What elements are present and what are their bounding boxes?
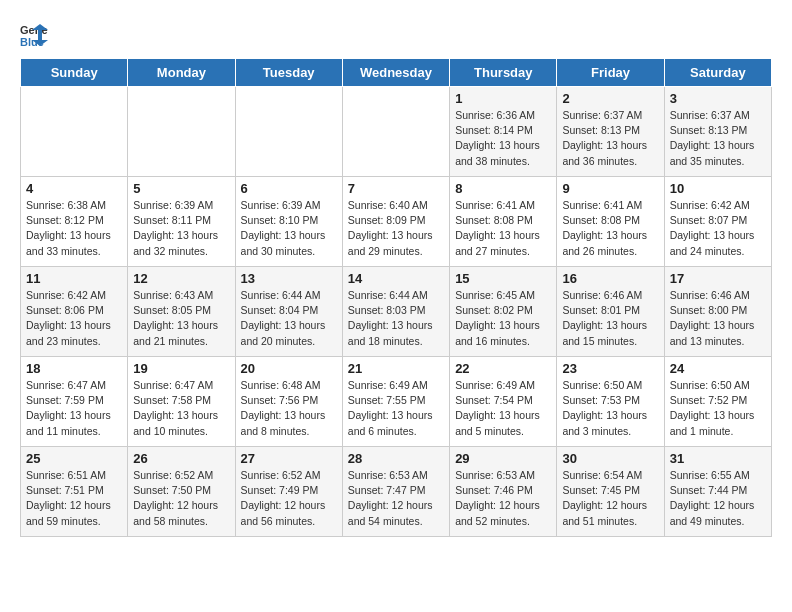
day-number: 16 — [562, 271, 658, 286]
weekday-header-tuesday: Tuesday — [235, 59, 342, 87]
weekday-header-sunday: Sunday — [21, 59, 128, 87]
calendar-cell: 27Sunrise: 6:52 AMSunset: 7:49 PMDayligh… — [235, 447, 342, 537]
calendar-cell: 14Sunrise: 6:44 AMSunset: 8:03 PMDayligh… — [342, 267, 449, 357]
calendar-cell — [21, 87, 128, 177]
day-info: Sunrise: 6:41 AMSunset: 8:08 PMDaylight:… — [562, 198, 658, 259]
calendar-cell: 4Sunrise: 6:38 AMSunset: 8:12 PMDaylight… — [21, 177, 128, 267]
day-number: 29 — [455, 451, 551, 466]
weekday-header-saturday: Saturday — [664, 59, 771, 87]
day-info: Sunrise: 6:49 AMSunset: 7:54 PMDaylight:… — [455, 378, 551, 439]
calendar-cell: 6Sunrise: 6:39 AMSunset: 8:10 PMDaylight… — [235, 177, 342, 267]
calendar-cell: 15Sunrise: 6:45 AMSunset: 8:02 PMDayligh… — [450, 267, 557, 357]
calendar-cell: 29Sunrise: 6:53 AMSunset: 7:46 PMDayligh… — [450, 447, 557, 537]
weekday-header-monday: Monday — [128, 59, 235, 87]
week-row-2: 4Sunrise: 6:38 AMSunset: 8:12 PMDaylight… — [21, 177, 772, 267]
day-info: Sunrise: 6:54 AMSunset: 7:45 PMDaylight:… — [562, 468, 658, 529]
day-info: Sunrise: 6:47 AMSunset: 7:59 PMDaylight:… — [26, 378, 122, 439]
calendar-cell: 11Sunrise: 6:42 AMSunset: 8:06 PMDayligh… — [21, 267, 128, 357]
day-number: 19 — [133, 361, 229, 376]
day-info: Sunrise: 6:50 AMSunset: 7:53 PMDaylight:… — [562, 378, 658, 439]
day-info: Sunrise: 6:36 AMSunset: 8:14 PMDaylight:… — [455, 108, 551, 169]
day-number: 8 — [455, 181, 551, 196]
day-info: Sunrise: 6:37 AMSunset: 8:13 PMDaylight:… — [562, 108, 658, 169]
calendar-cell: 28Sunrise: 6:53 AMSunset: 7:47 PMDayligh… — [342, 447, 449, 537]
day-number: 25 — [26, 451, 122, 466]
calendar-cell: 30Sunrise: 6:54 AMSunset: 7:45 PMDayligh… — [557, 447, 664, 537]
day-number: 12 — [133, 271, 229, 286]
day-number: 2 — [562, 91, 658, 106]
day-info: Sunrise: 6:40 AMSunset: 8:09 PMDaylight:… — [348, 198, 444, 259]
day-number: 6 — [241, 181, 337, 196]
day-number: 3 — [670, 91, 766, 106]
weekday-header-friday: Friday — [557, 59, 664, 87]
calendar-cell — [342, 87, 449, 177]
week-row-1: 1Sunrise: 6:36 AMSunset: 8:14 PMDaylight… — [21, 87, 772, 177]
day-number: 31 — [670, 451, 766, 466]
day-info: Sunrise: 6:44 AMSunset: 8:04 PMDaylight:… — [241, 288, 337, 349]
day-info: Sunrise: 6:39 AMSunset: 8:10 PMDaylight:… — [241, 198, 337, 259]
day-info: Sunrise: 6:53 AMSunset: 7:47 PMDaylight:… — [348, 468, 444, 529]
logo-icon: General Blue — [20, 20, 48, 48]
day-number: 14 — [348, 271, 444, 286]
calendar-cell: 18Sunrise: 6:47 AMSunset: 7:59 PMDayligh… — [21, 357, 128, 447]
calendar-cell: 26Sunrise: 6:52 AMSunset: 7:50 PMDayligh… — [128, 447, 235, 537]
day-info: Sunrise: 6:37 AMSunset: 8:13 PMDaylight:… — [670, 108, 766, 169]
week-row-5: 25Sunrise: 6:51 AMSunset: 7:51 PMDayligh… — [21, 447, 772, 537]
calendar-cell: 3Sunrise: 6:37 AMSunset: 8:13 PMDaylight… — [664, 87, 771, 177]
day-number: 1 — [455, 91, 551, 106]
calendar-cell: 19Sunrise: 6:47 AMSunset: 7:58 PMDayligh… — [128, 357, 235, 447]
day-number: 21 — [348, 361, 444, 376]
calendar-cell: 24Sunrise: 6:50 AMSunset: 7:52 PMDayligh… — [664, 357, 771, 447]
day-info: Sunrise: 6:43 AMSunset: 8:05 PMDaylight:… — [133, 288, 229, 349]
calendar-cell: 9Sunrise: 6:41 AMSunset: 8:08 PMDaylight… — [557, 177, 664, 267]
week-row-4: 18Sunrise: 6:47 AMSunset: 7:59 PMDayligh… — [21, 357, 772, 447]
day-info: Sunrise: 6:55 AMSunset: 7:44 PMDaylight:… — [670, 468, 766, 529]
day-number: 28 — [348, 451, 444, 466]
weekday-header-wednesday: Wednesday — [342, 59, 449, 87]
calendar-cell: 1Sunrise: 6:36 AMSunset: 8:14 PMDaylight… — [450, 87, 557, 177]
calendar-cell: 7Sunrise: 6:40 AMSunset: 8:09 PMDaylight… — [342, 177, 449, 267]
day-info: Sunrise: 6:51 AMSunset: 7:51 PMDaylight:… — [26, 468, 122, 529]
day-info: Sunrise: 6:42 AMSunset: 8:07 PMDaylight:… — [670, 198, 766, 259]
day-info: Sunrise: 6:47 AMSunset: 7:58 PMDaylight:… — [133, 378, 229, 439]
day-number: 26 — [133, 451, 229, 466]
calendar-cell: 22Sunrise: 6:49 AMSunset: 7:54 PMDayligh… — [450, 357, 557, 447]
day-number: 7 — [348, 181, 444, 196]
weekday-header-row: SundayMondayTuesdayWednesdayThursdayFrid… — [21, 59, 772, 87]
day-number: 5 — [133, 181, 229, 196]
day-info: Sunrise: 6:53 AMSunset: 7:46 PMDaylight:… — [455, 468, 551, 529]
day-number: 27 — [241, 451, 337, 466]
calendar-cell: 21Sunrise: 6:49 AMSunset: 7:55 PMDayligh… — [342, 357, 449, 447]
day-info: Sunrise: 6:39 AMSunset: 8:11 PMDaylight:… — [133, 198, 229, 259]
calendar-cell — [235, 87, 342, 177]
day-info: Sunrise: 6:52 AMSunset: 7:50 PMDaylight:… — [133, 468, 229, 529]
day-info: Sunrise: 6:48 AMSunset: 7:56 PMDaylight:… — [241, 378, 337, 439]
day-info: Sunrise: 6:49 AMSunset: 7:55 PMDaylight:… — [348, 378, 444, 439]
calendar-cell: 17Sunrise: 6:46 AMSunset: 8:00 PMDayligh… — [664, 267, 771, 357]
week-row-3: 11Sunrise: 6:42 AMSunset: 8:06 PMDayligh… — [21, 267, 772, 357]
day-info: Sunrise: 6:52 AMSunset: 7:49 PMDaylight:… — [241, 468, 337, 529]
calendar-cell: 16Sunrise: 6:46 AMSunset: 8:01 PMDayligh… — [557, 267, 664, 357]
calendar-table: SundayMondayTuesdayWednesdayThursdayFrid… — [20, 58, 772, 537]
day-info: Sunrise: 6:42 AMSunset: 8:06 PMDaylight:… — [26, 288, 122, 349]
logo: General Blue — [20, 20, 52, 48]
day-number: 11 — [26, 271, 122, 286]
day-number: 15 — [455, 271, 551, 286]
day-info: Sunrise: 6:41 AMSunset: 8:08 PMDaylight:… — [455, 198, 551, 259]
calendar-cell: 8Sunrise: 6:41 AMSunset: 8:08 PMDaylight… — [450, 177, 557, 267]
day-number: 9 — [562, 181, 658, 196]
day-number: 23 — [562, 361, 658, 376]
calendar-cell: 31Sunrise: 6:55 AMSunset: 7:44 PMDayligh… — [664, 447, 771, 537]
calendar-cell — [128, 87, 235, 177]
day-number: 18 — [26, 361, 122, 376]
calendar-cell: 5Sunrise: 6:39 AMSunset: 8:11 PMDaylight… — [128, 177, 235, 267]
day-info: Sunrise: 6:44 AMSunset: 8:03 PMDaylight:… — [348, 288, 444, 349]
calendar-cell: 20Sunrise: 6:48 AMSunset: 7:56 PMDayligh… — [235, 357, 342, 447]
calendar-cell: 10Sunrise: 6:42 AMSunset: 8:07 PMDayligh… — [664, 177, 771, 267]
day-info: Sunrise: 6:50 AMSunset: 7:52 PMDaylight:… — [670, 378, 766, 439]
calendar-cell: 2Sunrise: 6:37 AMSunset: 8:13 PMDaylight… — [557, 87, 664, 177]
weekday-header-thursday: Thursday — [450, 59, 557, 87]
day-number: 24 — [670, 361, 766, 376]
day-number: 4 — [26, 181, 122, 196]
calendar-cell: 12Sunrise: 6:43 AMSunset: 8:05 PMDayligh… — [128, 267, 235, 357]
